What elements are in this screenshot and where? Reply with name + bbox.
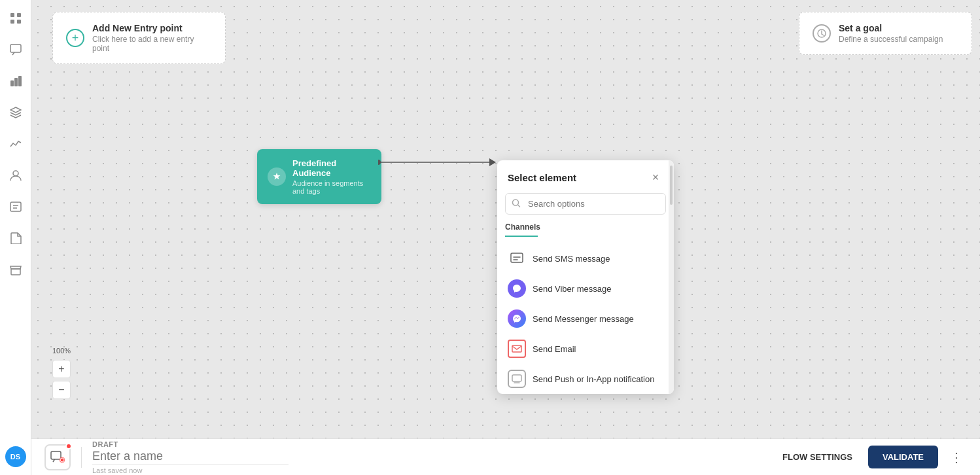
sidebar-item-reports[interactable] bbox=[5, 228, 26, 249]
more-options-button[interactable]: ⋮ bbox=[946, 447, 967, 468]
svg-rect-16 bbox=[512, 345, 521, 352]
connector-arrow bbox=[378, 143, 502, 182]
svg-rect-18 bbox=[51, 451, 61, 459]
svg-rect-9 bbox=[10, 202, 21, 211]
select-element-panel: Select element × Channels bbox=[497, 160, 674, 394]
zoom-controls: 100% + − bbox=[52, 347, 71, 399]
svg-marker-12 bbox=[489, 158, 496, 166]
channel-item-push[interactable]: Send Push or In-App notification bbox=[505, 364, 666, 394]
email-label: Send Email bbox=[533, 344, 576, 354]
channel-item-email[interactable]: Send Email bbox=[505, 334, 666, 364]
audience-node-subtitle: Audience in segments and tags bbox=[292, 179, 371, 195]
chat-icon-bottom bbox=[44, 444, 71, 470]
svg-rect-5 bbox=[10, 80, 14, 86]
sidebar-item-chat[interactable] bbox=[5, 39, 26, 60]
panel-scrollbar-thumb bbox=[670, 166, 673, 205]
zoom-in-button[interactable]: + bbox=[52, 360, 71, 378]
panel-scroll-area: Channels Send SMS message bbox=[497, 222, 674, 394]
chat-notification-dot bbox=[65, 443, 72, 449]
goal-title: Set a goal bbox=[839, 23, 943, 33]
bottom-bar: DRAFT Last saved now FLOW SETTINGS VALID… bbox=[31, 438, 980, 475]
search-input[interactable] bbox=[505, 193, 666, 215]
goal-icon bbox=[813, 24, 831, 43]
entry-point-subtitle: Click here to add a new entry point bbox=[92, 35, 212, 53]
messenger-label: Send Messenger message bbox=[533, 314, 634, 324]
sidebar-item-analytics[interactable] bbox=[5, 133, 26, 154]
zoom-out-button[interactable]: − bbox=[52, 381, 71, 399]
zoom-level: 100% bbox=[52, 347, 71, 355]
svg-rect-0 bbox=[10, 13, 14, 17]
email-icon bbox=[508, 340, 526, 358]
sms-label: Send SMS message bbox=[533, 254, 610, 264]
entry-point-title: Add New Entry point bbox=[92, 23, 212, 33]
entry-point-text: Add New Entry point Click here to add a … bbox=[92, 23, 212, 53]
channel-item-viber[interactable]: Send Viber message bbox=[505, 273, 666, 304]
sidebar: 99+ DS bbox=[0, 0, 31, 475]
add-entry-point-card[interactable]: + Add New Entry point Click here to add … bbox=[52, 12, 226, 64]
audience-node-text: Predefined Audience Audience in segments… bbox=[292, 158, 371, 195]
search-box[interactable] bbox=[505, 193, 666, 215]
svg-point-14 bbox=[513, 200, 519, 205]
user-avatar[interactable]: DS bbox=[5, 446, 26, 467]
sidebar-item-grid[interactable] bbox=[5, 8, 26, 29]
svg-rect-1 bbox=[17, 13, 21, 17]
svg-rect-2 bbox=[10, 20, 14, 24]
bottom-divider bbox=[81, 447, 82, 468]
flow-settings-button[interactable]: FLOW SETTINGS bbox=[775, 447, 860, 467]
draft-section: DRAFT Last saved now bbox=[92, 440, 764, 474]
bottom-right-actions: FLOW SETTINGS VALIDATE ⋮ bbox=[775, 446, 967, 468]
select-element-title: Select element bbox=[508, 172, 576, 183]
select-element-header: Select element × bbox=[497, 160, 674, 193]
push-label: Send Push or In-App notification bbox=[533, 374, 654, 384]
svg-rect-4 bbox=[10, 44, 21, 52]
svg-rect-6 bbox=[14, 78, 18, 86]
panel-scrollbar[interactable] bbox=[669, 160, 674, 394]
svg-rect-3 bbox=[17, 20, 21, 24]
messenger-icon bbox=[508, 309, 526, 328]
channels-underline bbox=[505, 236, 538, 237]
flow-name-input[interactable] bbox=[92, 448, 289, 465]
sidebar-item-layers[interactable] bbox=[5, 102, 26, 123]
sidebar-item-store[interactable] bbox=[5, 259, 26, 280]
svg-rect-17 bbox=[512, 375, 521, 381]
sidebar-item-dashboard[interactable] bbox=[5, 71, 26, 92]
goal-subtitle: Define a successful campaign bbox=[839, 35, 943, 44]
svg-point-8 bbox=[13, 171, 18, 176]
viber-icon bbox=[508, 279, 526, 298]
close-button[interactable]: × bbox=[648, 169, 663, 185]
svg-rect-7 bbox=[18, 76, 22, 86]
channels-section: Channels Send SMS message bbox=[497, 222, 674, 394]
validate-button[interactable]: VALIDATE bbox=[868, 446, 938, 468]
viber-label: Send Viber message bbox=[533, 284, 611, 294]
set-goal-card[interactable]: Set a goal Define a successful campaign bbox=[799, 12, 972, 55]
channels-label: Channels bbox=[505, 222, 666, 232]
search-icon bbox=[512, 198, 521, 209]
push-icon bbox=[508, 370, 526, 388]
last-saved-text: Last saved now bbox=[92, 466, 764, 474]
sidebar-item-list[interactable] bbox=[5, 196, 26, 217]
svg-rect-15 bbox=[511, 253, 523, 262]
sidebar-item-contacts[interactable] bbox=[5, 165, 26, 186]
audience-node[interactable]: Predefined Audience Audience in segments… bbox=[257, 149, 381, 204]
channel-item-sms[interactable]: Send SMS message bbox=[505, 243, 666, 273]
audience-node-title: Predefined Audience bbox=[292, 158, 371, 178]
channel-item-messenger[interactable]: Send Messenger message bbox=[505, 304, 666, 334]
sms-icon bbox=[508, 249, 526, 268]
audience-node-icon bbox=[268, 167, 286, 186]
goal-text: Set a goal Define a successful campaign bbox=[839, 23, 943, 44]
draft-status: DRAFT bbox=[92, 440, 764, 448]
main-canvas: + Add New Entry point Click here to add … bbox=[31, 0, 980, 444]
entry-point-plus-icon: + bbox=[66, 29, 84, 47]
